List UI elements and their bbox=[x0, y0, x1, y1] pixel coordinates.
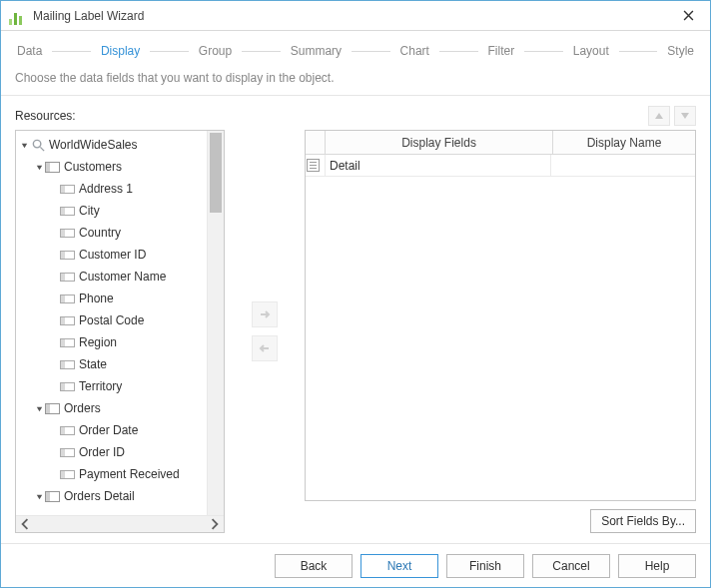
move-down-button[interactable] bbox=[674, 106, 696, 126]
step-data[interactable]: Data bbox=[15, 44, 44, 58]
tree-node[interactable]: WorldWideSales bbox=[18, 134, 224, 156]
svg-point-0 bbox=[33, 140, 41, 148]
table-icon bbox=[45, 491, 60, 502]
tree-node[interactable]: Payment Received bbox=[18, 463, 224, 485]
table-row[interactable]: Detail bbox=[306, 155, 695, 177]
column-display-fields[interactable]: Display Fields bbox=[326, 131, 553, 155]
step-layout[interactable]: Layout bbox=[571, 44, 611, 58]
resources-label: Resources: bbox=[15, 109, 648, 123]
tree-node[interactable]: Customers bbox=[18, 156, 224, 178]
field-icon bbox=[60, 251, 75, 260]
field-icon bbox=[60, 360, 75, 369]
field-icon bbox=[60, 316, 75, 325]
sort-fields-button[interactable]: Sort Fields By... bbox=[590, 509, 696, 533]
tree-field-label: Customer ID bbox=[79, 248, 146, 262]
add-field-button[interactable] bbox=[252, 301, 278, 327]
tree-field-label: Payment Received bbox=[79, 467, 180, 481]
field-icon bbox=[60, 229, 75, 238]
step-summary[interactable]: Summary bbox=[289, 44, 344, 58]
tree-node[interactable]: Country bbox=[18, 222, 224, 244]
tree-node[interactable]: Order ID bbox=[18, 441, 224, 463]
tree-table-label: Orders Detail bbox=[64, 489, 135, 503]
tree-table-label: Customers bbox=[64, 160, 122, 174]
cancel-button[interactable]: Cancel bbox=[532, 554, 610, 578]
tree-node[interactable]: Phone bbox=[18, 288, 224, 309]
remove-field-button[interactable] bbox=[252, 335, 278, 361]
field-icon bbox=[60, 470, 75, 479]
tree-table-label: Orders bbox=[64, 401, 101, 415]
step-chart[interactable]: Chart bbox=[398, 44, 431, 58]
help-button[interactable]: Help bbox=[618, 554, 696, 578]
field-icon bbox=[60, 338, 75, 347]
window-title: Mailing Label Wizard bbox=[33, 9, 674, 23]
field-icon bbox=[60, 382, 75, 391]
transfer-buttons bbox=[225, 130, 305, 533]
table-icon bbox=[45, 162, 60, 173]
field-icon bbox=[60, 185, 75, 194]
dialog-window: Mailing Label Wizard Data Display Group … bbox=[0, 0, 711, 588]
caret-down-icon[interactable] bbox=[33, 492, 45, 501]
breadcrumb: Data Display Group Summary Chart Filter … bbox=[1, 31, 710, 71]
tree-field-label: City bbox=[79, 204, 100, 218]
tree-node[interactable]: Postal Code bbox=[18, 309, 224, 331]
field-icon bbox=[60, 207, 75, 216]
tree-field-label: Order ID bbox=[79, 445, 125, 459]
tree-field-label: Order Date bbox=[79, 423, 138, 437]
tree-field-label: Country bbox=[79, 226, 121, 240]
magnifier-icon bbox=[30, 137, 46, 153]
tree-node[interactable]: Address 1 bbox=[18, 178, 224, 200]
svg-line-1 bbox=[40, 147, 44, 151]
detail-icon bbox=[307, 159, 320, 172]
column-display-name[interactable]: Display Name bbox=[553, 131, 695, 155]
display-fields-grid[interactable]: Display Fields Display Name Detail bbox=[305, 130, 696, 501]
tree-vertical-scrollbar[interactable] bbox=[207, 131, 224, 515]
tree-horizontal-scrollbar[interactable] bbox=[16, 515, 224, 532]
step-style[interactable]: Style bbox=[665, 44, 696, 58]
tree-field-label: Customer Name bbox=[79, 270, 166, 284]
tree-node[interactable]: City bbox=[18, 200, 224, 222]
tree-node[interactable]: Customer ID bbox=[18, 244, 224, 266]
scroll-left-icon[interactable] bbox=[19, 518, 31, 530]
tree-node[interactable]: Orders Detail bbox=[18, 485, 224, 507]
tree-field-label: Postal Code bbox=[79, 313, 144, 327]
field-icon bbox=[60, 448, 75, 457]
footer: Back Next Finish Cancel Help bbox=[1, 543, 710, 587]
tree-node[interactable]: Territory bbox=[18, 375, 224, 397]
tree-node[interactable]: Customer Name bbox=[18, 266, 224, 288]
tree-node[interactable]: Order Date bbox=[18, 419, 224, 441]
tree-node[interactable]: Orders bbox=[18, 397, 224, 419]
scroll-right-icon[interactable] bbox=[209, 518, 221, 530]
resources-tree[interactable]: WorldWideSalesCustomersAddress 1CityCoun… bbox=[15, 130, 225, 533]
body: Resources: WorldWideSalesCustomersAddres… bbox=[1, 96, 710, 543]
next-button[interactable]: Next bbox=[360, 554, 438, 578]
tree-root-label: WorldWideSales bbox=[49, 138, 137, 152]
grid-header: Display Fields Display Name bbox=[306, 131, 695, 155]
caret-down-icon[interactable] bbox=[33, 163, 45, 172]
table-icon bbox=[45, 403, 60, 414]
titlebar: Mailing Label Wizard bbox=[1, 1, 710, 31]
step-display[interactable]: Display bbox=[99, 44, 142, 58]
subheading: Choose the data fields that you want to … bbox=[1, 71, 710, 96]
close-button[interactable] bbox=[674, 5, 702, 27]
tree-field-label: Region bbox=[79, 335, 117, 349]
tree-field-label: Phone bbox=[79, 292, 114, 305]
caret-down-icon[interactable] bbox=[18, 141, 30, 150]
field-icon bbox=[60, 294, 75, 303]
tree-field-label: Address 1 bbox=[79, 182, 133, 196]
field-icon bbox=[60, 426, 75, 435]
tree-node[interactable]: Region bbox=[18, 331, 224, 353]
tree-field-label: Territory bbox=[79, 379, 122, 393]
back-button[interactable]: Back bbox=[275, 554, 353, 578]
tree-field-label: State bbox=[79, 357, 107, 371]
app-logo-icon bbox=[9, 7, 27, 25]
tree-node[interactable]: State bbox=[18, 353, 224, 375]
field-icon bbox=[60, 273, 75, 282]
row-display-field: Detail bbox=[330, 159, 360, 173]
step-filter[interactable]: Filter bbox=[486, 44, 517, 58]
caret-down-icon[interactable] bbox=[33, 404, 45, 413]
step-group[interactable]: Group bbox=[197, 44, 234, 58]
move-up-button[interactable] bbox=[648, 106, 670, 126]
finish-button[interactable]: Finish bbox=[446, 554, 524, 578]
